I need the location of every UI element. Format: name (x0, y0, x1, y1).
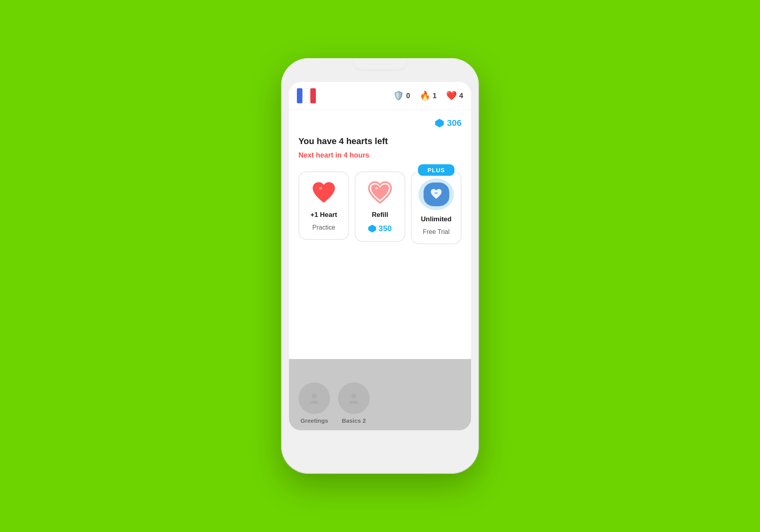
flag-blue (297, 88, 302, 103)
basics2-label: Basics 2 (342, 417, 366, 424)
heart-outline-icon (366, 180, 394, 206)
lesson-greetings[interactable]: Greetings (298, 382, 330, 424)
next-heart-value: 4 hours (344, 151, 369, 159)
flag-red (310, 88, 316, 103)
gem-icon (435, 119, 444, 127)
bottom-lessons-area: Greetings Basics 2 (289, 359, 471, 430)
refill-cost: 350 (368, 224, 391, 233)
gems-row: 306 (298, 118, 462, 128)
refill-cost-value: 350 (378, 224, 391, 233)
cards-row: +1 Heart Practice Refill (298, 171, 462, 244)
shield-icon: 🛡️ (393, 91, 404, 101)
phone-wrapper: 🛡️ 0 🔥 1 ❤️ 4 (277, 48, 483, 484)
infinity-heart-inner: ∞ (424, 182, 449, 206)
next-heart-prefix: Next heart in (298, 151, 344, 159)
content-area: 306 You have 4 hearts left Next heart in… (289, 110, 471, 359)
league-count: 0 (406, 92, 410, 100)
hearts-count: 4 (459, 92, 463, 100)
svg-point-1 (375, 187, 378, 190)
league-stat[interactable]: 🛡️ 0 (393, 91, 410, 101)
plus-unlimited-card[interactable]: PLUS ∞ Unlimited (411, 171, 462, 244)
svg-point-3 (312, 393, 317, 399)
phone-frame: 🛡️ 0 🔥 1 ❤️ 4 (281, 58, 479, 474)
notch-bar (281, 58, 479, 82)
plus-one-heart-card[interactable]: +1 Heart Practice (298, 171, 349, 240)
hearts-stat[interactable]: ❤️ 4 (446, 91, 463, 101)
unlimited-label: Unlimited (421, 215, 451, 224)
french-flag-icon (297, 88, 316, 103)
notch (352, 58, 408, 71)
svg-point-0 (319, 187, 322, 190)
basics2-circle (338, 382, 370, 414)
unlimited-sublabel: Free Trial (423, 228, 450, 236)
greetings-circle (298, 382, 330, 414)
flame-icon: 🔥 (420, 91, 430, 101)
svg-point-4 (352, 393, 357, 399)
nav-bar: 🛡️ 0 🔥 1 ❤️ 4 (289, 82, 471, 110)
lesson-basics2[interactable]: Basics 2 (338, 382, 370, 424)
heart-solid-icon (310, 180, 338, 206)
refill-label: Refill (372, 211, 388, 219)
gem-count: 306 (447, 118, 462, 128)
phone-screen: 🛡️ 0 🔥 1 ❤️ 4 (289, 82, 471, 430)
next-heart-text: Next heart in 4 hours (298, 151, 462, 160)
streak-count: 1 (433, 92, 437, 100)
svg-text:∞: ∞ (435, 190, 438, 195)
streak-stat[interactable]: 🔥 1 (420, 91, 437, 101)
hearts-title: You have 4 hearts left (298, 136, 462, 146)
heart-nav-icon: ❤️ (446, 91, 457, 101)
greetings-label: Greetings (300, 417, 328, 424)
nav-stats: 🛡️ 0 🔥 1 ❤️ 4 (393, 91, 463, 101)
plus-badge: PLUS (418, 164, 454, 176)
infinity-heart-icon: ∞ (418, 179, 454, 210)
plus-one-heart-sublabel: Practice (312, 224, 335, 231)
refill-card[interactable]: Refill 350 (355, 171, 405, 242)
plus-one-heart-label: +1 Heart (310, 211, 337, 219)
refill-gem-icon (368, 225, 376, 233)
flag-white (304, 88, 309, 103)
